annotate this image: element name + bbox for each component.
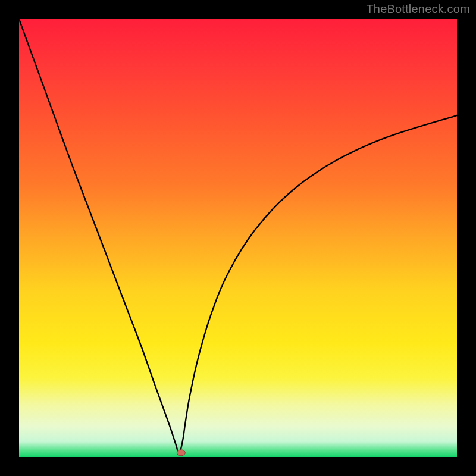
curve-minimum-marker [177,450,185,456]
chart-svg [19,19,457,457]
watermark-text: TheBottleneck.com [366,2,470,16]
plot-area [19,19,457,457]
gradient-background [19,19,457,457]
chart-frame: TheBottleneck.com [0,0,476,476]
